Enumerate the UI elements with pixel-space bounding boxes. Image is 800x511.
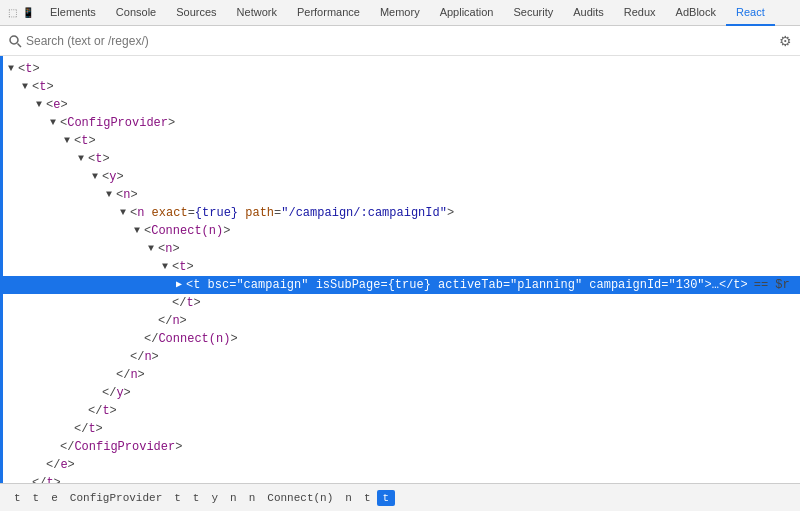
settings-icon[interactable]: ⚙ <box>779 33 792 49</box>
search-bar: ⚙ <box>0 26 800 56</box>
bc-n3[interactable]: n <box>339 490 358 506</box>
selected-indicator <box>0 56 3 483</box>
tab-application[interactable]: Application <box>430 0 504 26</box>
arrow-y[interactable] <box>88 168 102 186</box>
arrow-n1[interactable] <box>102 186 116 204</box>
tab-audits[interactable]: Audits <box>563 0 614 26</box>
tab-network[interactable]: Network <box>227 0 287 26</box>
tree-row[interactable]: </n> <box>0 312 800 330</box>
tree-row[interactable]: <Connect(n)> <box>0 222 800 240</box>
tree-row-selected[interactable]: <t bsc="campaign" isSubPage={true} activ… <box>0 276 800 294</box>
arrow-t1[interactable] <box>4 60 18 78</box>
tree-row[interactable]: </ConfigProvider> <box>0 438 800 456</box>
svg-line-1 <box>18 43 22 47</box>
tree-row[interactable]: </Connect(n)> <box>0 330 800 348</box>
tree-row[interactable]: </t> <box>0 420 800 438</box>
search-input[interactable] <box>26 34 779 48</box>
tree-row[interactable]: <n> <box>0 240 800 258</box>
tree-row[interactable]: <t> <box>0 258 800 276</box>
bc-t4[interactable]: t <box>187 490 206 506</box>
bc-t2[interactable]: t <box>27 490 46 506</box>
bc-configprovider[interactable]: ConfigProvider <box>64 490 168 506</box>
tree-row[interactable]: <ConfigProvider> <box>0 114 800 132</box>
tab-security[interactable]: Security <box>503 0 563 26</box>
tree-row[interactable]: <n> <box>0 186 800 204</box>
bc-n1[interactable]: n <box>224 490 243 506</box>
devtools-tab-bar: ⬚ 📱 Elements Console Sources Network Per… <box>0 0 800 26</box>
arrow-e[interactable] <box>32 96 46 114</box>
search-icon <box>8 34 22 48</box>
bc-n2[interactable]: n <box>243 490 262 506</box>
tab-react[interactable]: React <box>726 0 775 26</box>
device-icon[interactable]: 📱 <box>20 5 36 21</box>
tab-console[interactable]: Console <box>106 0 166 26</box>
tab-memory[interactable]: Memory <box>370 0 430 26</box>
dollar-r: == $r <box>754 276 790 294</box>
arrow-t6-selected[interactable] <box>172 276 186 294</box>
bc-e[interactable]: e <box>45 490 64 506</box>
tree-row[interactable]: <t> <box>0 150 800 168</box>
bc-t6-active[interactable]: t <box>377 490 396 506</box>
arrow-t3[interactable] <box>60 132 74 150</box>
tab-sources[interactable]: Sources <box>166 0 226 26</box>
arrow-connect[interactable] <box>130 222 144 240</box>
bc-y[interactable]: y <box>205 490 224 506</box>
arrow-n3[interactable] <box>144 240 158 258</box>
bc-t1[interactable]: t <box>8 490 27 506</box>
tree-row[interactable]: <t> <box>0 60 800 78</box>
tree-row[interactable]: <n exact={true} path="/campaign/:campaig… <box>0 204 800 222</box>
tab-icons: ⬚ 📱 <box>4 5 36 21</box>
tab-redux[interactable]: Redux <box>614 0 666 26</box>
tree-row[interactable]: <y> <box>0 168 800 186</box>
arrow-t2[interactable] <box>18 78 32 96</box>
arrow-configprovider[interactable] <box>46 114 60 132</box>
tree-row[interactable]: </e> <box>0 456 800 474</box>
tree-row[interactable]: </n> <box>0 366 800 384</box>
tree-row[interactable]: </t> <box>0 474 800 483</box>
tab-elements[interactable]: Elements <box>40 0 106 26</box>
react-tree-panel: <t> <t> <e> <ConfigProvider> <t> <t> <y> <box>0 56 800 483</box>
arrow-t4[interactable] <box>74 150 88 168</box>
tree-row[interactable]: </t> <box>0 294 800 312</box>
inspect-icon[interactable]: ⬚ <box>4 5 20 21</box>
tree-row[interactable]: </t> <box>0 402 800 420</box>
tree-row[interactable]: <e> <box>0 96 800 114</box>
bc-t3[interactable]: t <box>168 490 187 506</box>
tree-row[interactable]: <t> <box>0 132 800 150</box>
bc-connect[interactable]: Connect(n) <box>261 490 339 506</box>
arrow-t5[interactable] <box>158 258 172 276</box>
breadcrumb-bar: t t e ConfigProvider t t y n n Connect(n… <box>0 483 800 511</box>
tree-row[interactable]: </y> <box>0 384 800 402</box>
svg-point-0 <box>10 36 18 44</box>
tab-adblock[interactable]: AdBlock <box>666 0 726 26</box>
tab-performance[interactable]: Performance <box>287 0 370 26</box>
arrow-n2[interactable] <box>116 204 130 222</box>
tree-row[interactable]: <t> <box>0 78 800 96</box>
bc-t5[interactable]: t <box>358 490 377 506</box>
tree-row[interactable]: </n> <box>0 348 800 366</box>
